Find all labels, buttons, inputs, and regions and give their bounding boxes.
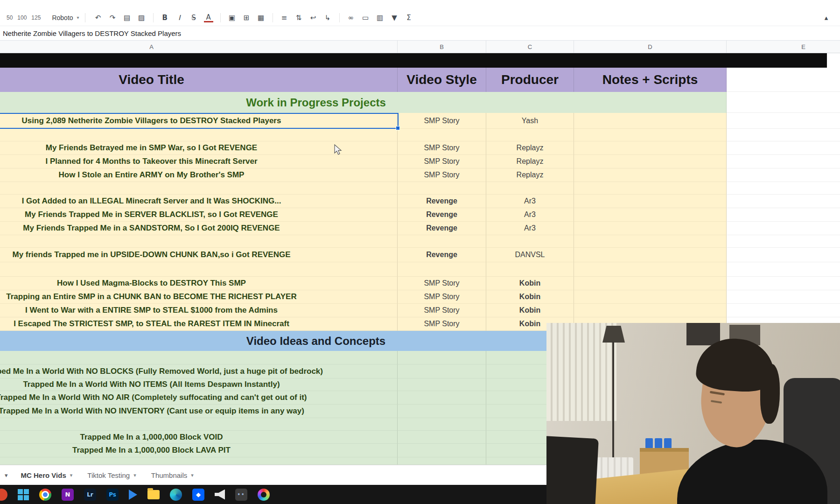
- cell-idea-title[interactable]: Trapped Me In a World With NO BLOCKS (Fu…: [0, 364, 398, 378]
- header-cell-e[interactable]: [727, 68, 840, 92]
- cell-notes[interactable]: [574, 304, 727, 317]
- cell-notes[interactable]: [574, 235, 727, 248]
- cell-video-style[interactable]: SMP Story: [398, 155, 486, 168]
- column-header-C[interactable]: C: [486, 41, 574, 53]
- cell-video-style[interactable]: [398, 418, 486, 431]
- insert-comment-icon[interactable]: ▭: [358, 13, 373, 22]
- cell-video-title[interactable]: How I Stole an Entire ARMY on My Brother…: [0, 168, 398, 182]
- lightroom-icon[interactable]: Lr: [84, 489, 96, 501]
- column-header-D[interactable]: D: [574, 41, 727, 53]
- cell-video-title[interactable]: My Friends Trapped Me in SERVER BLACKLIS…: [0, 208, 398, 222]
- color-wheel-icon[interactable]: [258, 489, 270, 501]
- cell-producer[interactable]: Ar3: [486, 195, 574, 208]
- cell-idea-title[interactable]: Trapped Me In a World With NO ITEMS (All…: [0, 378, 398, 391]
- cell-video-style[interactable]: SMP Story: [398, 277, 486, 290]
- cell-idea-title[interactable]: Trapped Me In a 1,000,000 Block LAVA PIT: [0, 444, 398, 457]
- cell-video-style[interactable]: [398, 431, 486, 444]
- all-sheets-icon[interactable]: ▾: [5, 472, 8, 479]
- cell-video-style[interactable]: SMP Story: [398, 290, 486, 304]
- cell-producer[interactable]: Ar3: [486, 222, 574, 235]
- start-icon[interactable]: [18, 489, 29, 500]
- cell-e[interactable]: [727, 113, 840, 129]
- cell-video-title[interactable]: How I Used Magma-Blocks to DESTROY This …: [0, 277, 398, 290]
- cell-idea-title[interactable]: Trapped Me In a World With NO INVENTORY …: [0, 405, 398, 418]
- cell-e[interactable]: [727, 222, 840, 235]
- chrome-icon[interactable]: [39, 489, 51, 501]
- filter-icon[interactable]: ▼: [387, 13, 402, 22]
- sheet-tab-thumbnails[interactable]: Thumbnails▾: [144, 465, 201, 485]
- font-family-select[interactable]: Roboto ▾: [52, 13, 85, 22]
- cell-producer[interactable]: Yash: [486, 113, 574, 129]
- clipped-app-icon[interactable]: [0, 489, 7, 501]
- cell-video-style[interactable]: Revenge: [398, 248, 486, 262]
- formula-bar[interactable]: Netherite Zombie Villagers to DESTROY St…: [0, 26, 840, 41]
- bold-icon[interactable]: B: [158, 13, 172, 22]
- italic-icon[interactable]: I: [172, 13, 187, 22]
- cell-producer[interactable]: [486, 182, 574, 195]
- redo-icon[interactable]: ↷: [105, 13, 120, 22]
- header-cell-1[interactable]: Video Title: [0, 68, 398, 92]
- cell-producer[interactable]: Replayz: [486, 155, 574, 168]
- cell-e[interactable]: [727, 195, 840, 208]
- column-header-E[interactable]: E: [727, 41, 840, 53]
- cell-video-style[interactable]: SMP Story: [398, 317, 486, 331]
- cell-producer[interactable]: Kobin: [486, 304, 574, 317]
- text-rotation-icon[interactable]: ↳: [321, 13, 335, 22]
- cell-video-style[interactable]: [398, 444, 486, 457]
- undo-icon[interactable]: ↶: [91, 13, 105, 22]
- cell-video-style[interactable]: [398, 364, 486, 378]
- cell-e[interactable]: [727, 277, 840, 290]
- cell-notes[interactable]: [574, 113, 727, 129]
- cell-notes[interactable]: [574, 168, 727, 182]
- cell-e[interactable]: [727, 262, 840, 277]
- horizontal-align-icon[interactable]: ≡: [277, 13, 292, 22]
- cell-producer[interactable]: Kobin: [486, 290, 574, 304]
- cell-notes[interactable]: [574, 129, 727, 141]
- cell-producer[interactable]: [486, 235, 574, 248]
- sheet-tab-mc-hero-vids[interactable]: MC Hero Vids▾: [14, 465, 80, 485]
- cell-idea-title[interactable]: Trapped Me In a World With NO AIR (Compl…: [0, 391, 398, 405]
- cell-notes[interactable]: [574, 277, 727, 290]
- dropbox-icon[interactable]: ◆: [192, 489, 204, 501]
- cell-e[interactable]: [727, 208, 840, 222]
- cell-video-title[interactable]: [0, 182, 398, 195]
- text-wrap-icon[interactable]: ↩: [306, 13, 321, 22]
- cell-video-title[interactable]: I Planned for 4 Months to Takeover this …: [0, 155, 398, 168]
- cell-video-style[interactable]: [398, 405, 486, 418]
- header-cell-2[interactable]: Video Style: [398, 68, 486, 92]
- strikethrough-icon[interactable]: S: [187, 13, 201, 22]
- cell-e[interactable]: [727, 141, 840, 155]
- cell-video-style[interactable]: [398, 378, 486, 391]
- cell-video-title[interactable]: I Escaped The STRICTEST SMP, to STEAL th…: [0, 317, 398, 331]
- cell-idea-title[interactable]: Trapped Me In a 1,000,000 Block VOID: [0, 431, 398, 444]
- cell-notes[interactable]: [574, 208, 727, 222]
- print-icon[interactable]: ▤: [120, 13, 134, 22]
- app-n-icon[interactable]: N: [62, 489, 74, 501]
- cell-notes[interactable]: [574, 141, 727, 155]
- cell-e[interactable]: [727, 235, 840, 248]
- cell-video-title[interactable]: [0, 235, 398, 248]
- text-color-icon[interactable]: A: [204, 14, 213, 22]
- cell-notes[interactable]: [574, 155, 727, 168]
- cell-e[interactable]: [727, 168, 840, 182]
- cell-idea-title[interactable]: [0, 418, 398, 431]
- cell-e[interactable]: [727, 248, 840, 262]
- cell-video-style[interactable]: SMP Story: [398, 113, 486, 129]
- cell-video-style[interactable]: [398, 391, 486, 405]
- paint-format-icon[interactable]: ▨: [134, 13, 149, 22]
- cell-e[interactable]: [727, 304, 840, 317]
- audio-icon[interactable]: [215, 490, 225, 500]
- edge-icon[interactable]: [170, 489, 182, 501]
- cell-video-title[interactable]: My friends Trapped me in UPSIDE-DOWN CHU…: [0, 248, 398, 262]
- cell-video-style[interactable]: SMP Story: [398, 304, 486, 317]
- cell-notes[interactable]: [574, 182, 727, 195]
- cell-video-style[interactable]: SMP Story: [398, 168, 486, 182]
- cell-idea-title[interactable]: [0, 351, 398, 364]
- cell-video-style[interactable]: Revenge: [398, 208, 486, 222]
- cell-producer[interactable]: [486, 262, 574, 277]
- cell-notes[interactable]: [574, 262, 727, 277]
- media-player-icon[interactable]: [129, 490, 137, 500]
- functions-icon[interactable]: Σ: [402, 13, 416, 22]
- cell-producer[interactable]: Replayz: [486, 168, 574, 182]
- cell-producer[interactable]: DANVSL: [486, 248, 574, 262]
